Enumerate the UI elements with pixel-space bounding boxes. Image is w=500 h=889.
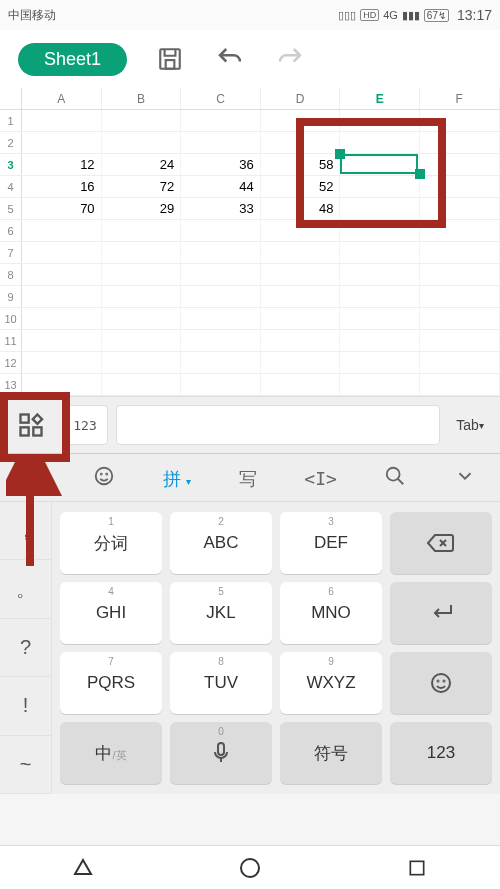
cell[interactable] xyxy=(102,110,182,131)
cell[interactable] xyxy=(340,242,420,263)
cell[interactable] xyxy=(261,242,341,263)
cell[interactable] xyxy=(420,308,500,329)
cell[interactable] xyxy=(22,308,102,329)
col-header[interactable]: B xyxy=(102,88,182,109)
punct-key[interactable]: 。 xyxy=(0,560,52,618)
cell[interactable] xyxy=(22,264,102,285)
row-number[interactable]: 13 xyxy=(0,374,22,395)
cell[interactable] xyxy=(420,242,500,263)
numeric-mode-button[interactable]: 123 xyxy=(62,405,108,445)
col-header[interactable]: A xyxy=(22,88,102,109)
row-number[interactable]: 8 xyxy=(0,264,22,285)
key-pqrs[interactable]: 7PQRS xyxy=(60,652,162,714)
cell[interactable] xyxy=(340,132,420,153)
cell[interactable]: 44 xyxy=(181,176,261,197)
cell[interactable] xyxy=(261,308,341,329)
cell[interactable] xyxy=(420,286,500,307)
cell[interactable] xyxy=(181,374,261,395)
row-number[interactable]: 9 xyxy=(0,286,22,307)
punct-key[interactable]: ， xyxy=(0,502,52,560)
cell[interactable] xyxy=(340,330,420,351)
kb-search-button[interactable] xyxy=(374,461,416,496)
row-number[interactable]: 5 xyxy=(0,198,22,219)
cell[interactable] xyxy=(102,374,182,395)
row-number[interactable]: 10 xyxy=(0,308,22,329)
nav-back-icon[interactable] xyxy=(69,854,97,882)
redo-icon[interactable] xyxy=(273,42,307,76)
punct-key[interactable]: ~ xyxy=(0,736,52,794)
cell[interactable]: 33 xyxy=(181,198,261,219)
cell[interactable]: 70 xyxy=(22,198,102,219)
cell[interactable] xyxy=(22,110,102,131)
row-number[interactable]: 3 xyxy=(0,154,22,175)
cell[interactable]: 72 xyxy=(102,176,182,197)
kb-emoji-button[interactable] xyxy=(83,461,125,496)
row-number[interactable]: 12 xyxy=(0,352,22,373)
cell[interactable] xyxy=(340,176,420,197)
cell[interactable] xyxy=(102,242,182,263)
cell[interactable] xyxy=(181,264,261,285)
cell[interactable] xyxy=(261,352,341,373)
cell[interactable] xyxy=(420,220,500,241)
nav-home-icon[interactable] xyxy=(236,854,264,882)
cell[interactable] xyxy=(261,374,341,395)
cell[interactable] xyxy=(340,308,420,329)
kb-clipboard-button[interactable]: <I> xyxy=(294,464,347,493)
apps-icon[interactable] xyxy=(8,405,54,445)
cell[interactable]: 36 xyxy=(181,154,261,175)
kb-handwrite-button[interactable]: 写 xyxy=(229,463,267,495)
cell[interactable] xyxy=(22,330,102,351)
key-def[interactable]: 3DEF xyxy=(280,512,382,574)
key-wxyz[interactable]: 9WXYZ xyxy=(280,652,382,714)
cell[interactable] xyxy=(181,352,261,373)
cell[interactable]: 16 xyxy=(22,176,102,197)
cell[interactable]: 29 xyxy=(102,198,182,219)
cell[interactable] xyxy=(181,110,261,131)
kb-menu-icon[interactable] xyxy=(14,461,56,496)
key-tuv[interactable]: 8TUV xyxy=(170,652,272,714)
key-123[interactable]: 123 xyxy=(390,722,492,784)
cell[interactable] xyxy=(22,220,102,241)
cell[interactable] xyxy=(102,264,182,285)
cell[interactable] xyxy=(420,374,500,395)
selection-handle[interactable] xyxy=(335,149,345,159)
cell[interactable] xyxy=(22,286,102,307)
key-jkl[interactable]: 5JKL xyxy=(170,582,272,644)
col-header[interactable]: F xyxy=(420,88,500,109)
cell[interactable] xyxy=(340,154,420,175)
cell[interactable] xyxy=(181,308,261,329)
cell[interactable] xyxy=(102,308,182,329)
col-header[interactable]: E xyxy=(340,88,420,109)
undo-icon[interactable] xyxy=(213,42,247,76)
key-mno[interactable]: 6MNO xyxy=(280,582,382,644)
cell[interactable]: 58 xyxy=(261,154,341,175)
key-emoji-icon[interactable] xyxy=(390,652,492,714)
kb-collapse-button[interactable] xyxy=(444,461,486,496)
row-number[interactable]: 6 xyxy=(0,220,22,241)
cell[interactable] xyxy=(102,286,182,307)
key-ghi[interactable]: 4GHI xyxy=(60,582,162,644)
key-符号[interactable]: 符号 xyxy=(280,722,382,784)
cell[interactable] xyxy=(261,132,341,153)
cell[interactable] xyxy=(261,330,341,351)
cell[interactable] xyxy=(181,220,261,241)
sheet-tab[interactable]: Sheet1 xyxy=(18,43,127,76)
cell[interactable] xyxy=(420,154,500,175)
cell[interactable]: 52 xyxy=(261,176,341,197)
cell[interactable] xyxy=(102,352,182,373)
cell[interactable] xyxy=(420,132,500,153)
row-number[interactable]: 1 xyxy=(0,110,22,131)
cell[interactable] xyxy=(22,352,102,373)
formula-input[interactable] xyxy=(116,405,440,445)
cell[interactable] xyxy=(181,242,261,263)
selection-handle[interactable] xyxy=(415,169,425,179)
key-分词[interactable]: 1分词 xyxy=(60,512,162,574)
cell[interactable] xyxy=(261,286,341,307)
cell[interactable] xyxy=(420,352,500,373)
col-header[interactable]: D xyxy=(261,88,341,109)
cell[interactable]: 48 xyxy=(261,198,341,219)
row-number[interactable]: 11 xyxy=(0,330,22,351)
spreadsheet[interactable]: ABCDEF 123122436584167244525702933486789… xyxy=(0,88,500,396)
cell[interactable] xyxy=(102,220,182,241)
cell[interactable] xyxy=(340,198,420,219)
